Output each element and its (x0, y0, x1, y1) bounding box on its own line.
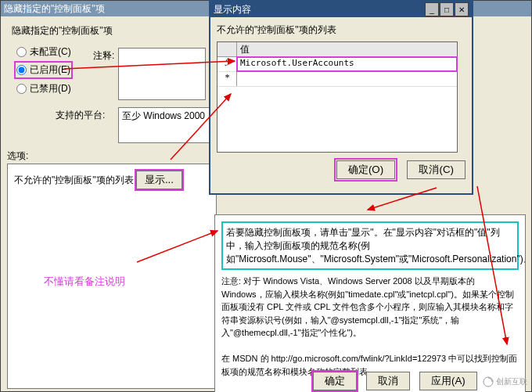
apply-button[interactable]: 应用(A) (419, 372, 477, 390)
help-panel: 若要隐藏控制面板项，请单击"显示"。在"显示内容"对话框的"值"列中，输入控制面… (214, 214, 526, 392)
watermark-icon (483, 376, 494, 387)
show-contents-titlebar: 显示内容 _ □ ✕ (210, 2, 472, 17)
radio-not-configured[interactable] (16, 47, 27, 57)
row-marker: * (217, 72, 237, 86)
radio-enabled-row[interactable]: 已启用(E) (16, 63, 70, 77)
row-value-input[interactable] (237, 72, 457, 86)
close-icon[interactable]: ✕ (455, 2, 469, 16)
options-label: 选项: (7, 149, 28, 163)
radio-disabled[interactable] (16, 84, 27, 94)
cancel-button[interactable]: 取消 (366, 372, 410, 390)
dialog-ok-button[interactable]: 确定(O) (336, 160, 395, 179)
grid-header-value: 值 (237, 42, 457, 56)
show-contents-label: 不允许的"控制面板"项的列表 (217, 23, 466, 37)
help-rest: 注意: 对于 Windows Vista、Windows Server 2008… (221, 275, 519, 378)
platforms-value: 至少 Windows 2000 (118, 107, 212, 143)
options-list-label: 不允许的"控制面板"项的列表 (14, 174, 134, 185)
svg-point-6 (483, 377, 493, 387)
comment-label: 注释: (93, 49, 114, 63)
grid-header-row: 值 (217, 42, 457, 57)
ok-button[interactable]: 确定 (313, 372, 357, 390)
row-marker: ℐ (217, 57, 237, 71)
bottom-button-bar: 确定 取消 应用(A) (313, 372, 477, 390)
show-contents-title: 显示内容 (214, 3, 425, 16)
comment-textarea[interactable] (118, 48, 206, 100)
dialog-cancel-button[interactable]: 取消(C) (407, 160, 466, 179)
row-value-input[interactable]: Microsoft.UserAccounts (237, 57, 457, 71)
grid-row[interactable]: ℐ Microsoft.UserAccounts (217, 57, 457, 72)
grid-row[interactable]: * (217, 72, 457, 87)
platforms-label: 支持的平台: (56, 109, 105, 122)
maximize-icon[interactable]: □ (440, 2, 454, 16)
show-contents-dialog: 显示内容 _ □ ✕ 不允许的"控制面板"项的列表 值 ℐ Microsoft.… (209, 0, 473, 195)
watermark: 创新互联 (483, 376, 527, 387)
show-button[interactable]: 显示... (136, 171, 182, 189)
help-highlighted: 若要隐藏控制面板项，请单击"显示"。在"显示内容"对话框的"值"列中，输入控制面… (221, 221, 519, 270)
minimize-icon[interactable]: _ (425, 2, 439, 16)
radio-enabled[interactable] (16, 65, 27, 75)
value-grid[interactable]: 值 ℐ Microsoft.UserAccounts * (217, 41, 458, 153)
annotation-note: 不懂请看备注说明 (44, 275, 125, 289)
